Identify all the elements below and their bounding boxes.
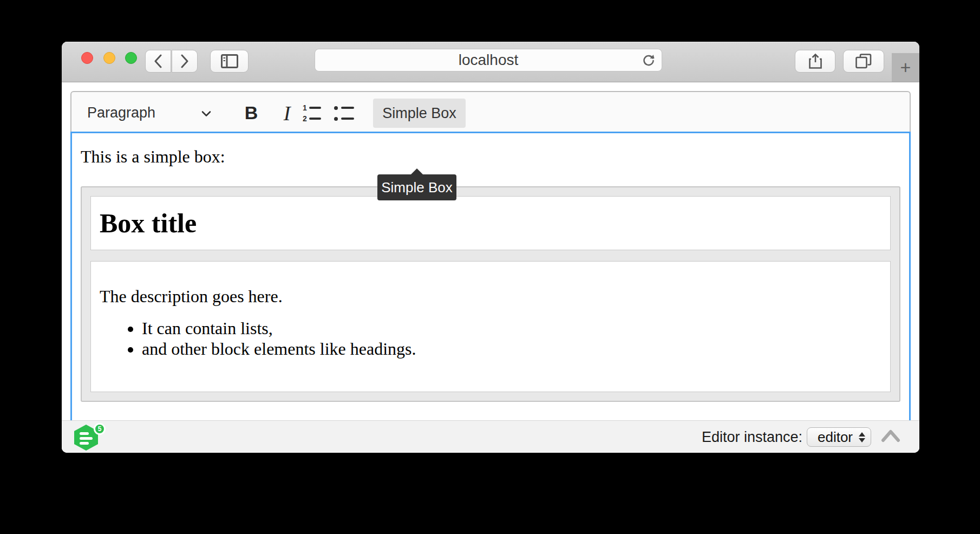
address-bar[interactable]: localhost [315, 49, 662, 71]
zoom-window-button[interactable] [125, 52, 137, 64]
forward-button[interactable] [172, 50, 198, 73]
italic-button[interactable]: I [270, 92, 304, 134]
editor-toolbar: Paragraph B I 1 2 [70, 91, 911, 133]
simple-box-title[interactable]: Box title [90, 196, 891, 250]
tooltip-caret [411, 168, 423, 174]
numbered-list-icon: 1 2 [303, 103, 321, 123]
description-paragraph[interactable]: The description goes here. [100, 286, 881, 307]
desktop-background: localhost [0, 0, 980, 534]
list-item[interactable]: It can contain lists, [142, 318, 881, 339]
forward-icon [180, 54, 189, 68]
new-tab-button[interactable]: + [892, 53, 919, 82]
address-bar-url: localhost [459, 51, 519, 69]
select-arrows-icon [859, 432, 865, 442]
share-icon [808, 53, 822, 69]
editor-instance-label: Editor instance: [702, 429, 802, 446]
simple-box-description[interactable]: The description goes here. It can contai… [90, 261, 891, 392]
simple-box-button-label: Simple Box [382, 105, 456, 122]
simple-box-button[interactable]: Simple Box [373, 99, 466, 128]
bulleted-list-button[interactable] [334, 103, 354, 123]
bold-button[interactable]: B [234, 92, 269, 134]
inspector-bar: 5 Editor instance: editor [62, 420, 919, 453]
share-button[interactable] [795, 50, 835, 73]
bulleted-list-icon [334, 103, 354, 123]
safari-window: localhost [62, 42, 919, 453]
heading-dropdown[interactable]: Paragraph [87, 92, 155, 134]
editor-instance-select[interactable]: editor [807, 427, 871, 447]
browser-toolbar: localhost [62, 42, 919, 82]
bold-icon: B [245, 102, 258, 123]
web-page: Paragraph B I 1 2 [62, 82, 919, 453]
plus-icon: + [900, 57, 911, 78]
numbered-list-button[interactable]: 1 2 [303, 103, 321, 123]
simple-box-widget[interactable]: Box title The description goes here. It … [81, 186, 900, 402]
list-item[interactable]: and other block elements like headings. [142, 339, 881, 360]
badge-count: 5 [94, 423, 106, 435]
tooltip: Simple Box [377, 174, 456, 200]
heading-dropdown-value: Paragraph [87, 105, 155, 121]
show-all-tabs-button[interactable] [843, 50, 884, 73]
sidebar-toggle-button[interactable] [210, 50, 249, 73]
chevron-down-icon[interactable] [201, 109, 211, 119]
back-button[interactable] [145, 50, 171, 73]
close-window-button[interactable] [81, 52, 93, 64]
italic-icon: I [284, 101, 291, 125]
tabs-icon [855, 54, 872, 69]
editor-instance-value: editor [815, 429, 855, 446]
description-list: It can contain lists, and other block el… [100, 318, 881, 360]
editor-content[interactable]: This is a simple box: Box title The desc… [70, 132, 911, 420]
minimize-window-button[interactable] [103, 52, 115, 64]
intro-paragraph[interactable]: This is a simple box: [81, 147, 900, 167]
tooltip-text: Simple Box [381, 179, 453, 196]
reload-icon[interactable] [641, 53, 656, 72]
back-icon [154, 54, 162, 68]
chevron-up-icon [881, 429, 900, 445]
inspector-controls: Editor instance: editor [702, 421, 900, 453]
sidebar-icon [221, 54, 238, 68]
collapse-inspector-button[interactable] [881, 429, 900, 445]
